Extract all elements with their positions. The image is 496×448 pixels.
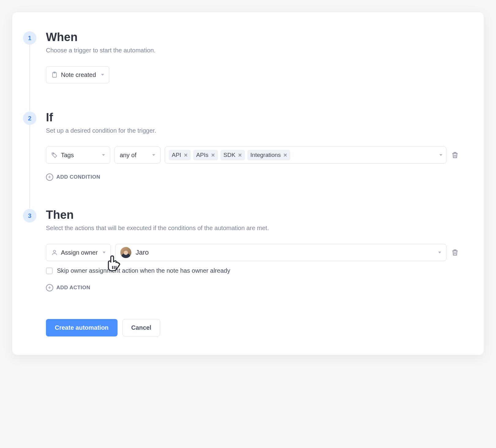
- step-then-title: Then: [46, 208, 459, 222]
- cancel-button[interactable]: Cancel: [122, 319, 160, 336]
- action-type-label: Assign owner: [61, 249, 98, 256]
- remove-tag-icon[interactable]: ✕: [184, 152, 188, 158]
- add-condition-label: ADD CONDITION: [56, 174, 100, 180]
- chevron-down-icon: [438, 252, 441, 253]
- remove-tag-icon[interactable]: ✕: [211, 152, 215, 158]
- condition-operator-select[interactable]: any of: [115, 146, 160, 164]
- step-then: 3 Then Select the actions that will be e…: [46, 208, 459, 291]
- automation-builder-card: 1 When Choose a trigger to start the aut…: [12, 12, 484, 355]
- skip-owner-checkbox-row: Skip owner assignment action when the no…: [46, 267, 459, 274]
- skip-owner-label: Skip owner assignment action when the no…: [57, 267, 230, 274]
- condition-field-select[interactable]: Tags: [46, 146, 110, 164]
- plus-circle-icon: +: [46, 173, 53, 181]
- step-connector-line: [29, 125, 30, 208]
- step-if-desc: Set up a desired condition for the trigg…: [46, 127, 459, 134]
- chevron-down-icon: [439, 154, 442, 156]
- avatar: [120, 247, 131, 258]
- tag-chip: Integrations ✕: [247, 150, 290, 160]
- step-number-2: 2: [23, 112, 36, 125]
- step-then-desc: Select the actions that will be executed…: [46, 225, 459, 232]
- condition-value-input[interactable]: API ✕ APIs ✕ SDK ✕ Integrations ✕: [165, 146, 446, 164]
- condition-operator-label: any of: [120, 152, 147, 159]
- add-action-button[interactable]: + ADD ACTION: [46, 284, 90, 291]
- tag-chip: API ✕: [169, 150, 191, 160]
- condition-field-label: Tags: [61, 152, 97, 159]
- skip-owner-checkbox[interactable]: [46, 268, 53, 274]
- action-type-select[interactable]: Assign owner: [46, 244, 111, 261]
- step-when: 1 When Choose a trigger to start the aut…: [46, 31, 459, 83]
- trigger-label: Note created: [61, 71, 96, 78]
- chevron-down-icon: [102, 154, 105, 156]
- owner-name: Jaro: [136, 249, 149, 256]
- svg-point-3: [53, 250, 55, 252]
- tag-chip: SDK ✕: [220, 150, 245, 160]
- owner-select[interactable]: Jaro: [115, 244, 446, 261]
- delete-action-button[interactable]: [451, 248, 459, 257]
- step-connector-line: [29, 45, 30, 111]
- delete-condition-button[interactable]: [451, 151, 459, 159]
- remove-tag-icon[interactable]: ✕: [238, 152, 242, 158]
- remove-tag-icon[interactable]: ✕: [283, 152, 287, 158]
- create-automation-button[interactable]: Create automation: [46, 319, 118, 336]
- step-when-title: When: [46, 31, 459, 44]
- clipboard-icon: [51, 71, 58, 78]
- step-if-title: If: [46, 111, 459, 124]
- user-icon: [51, 249, 58, 256]
- tag-chip: APIs ✕: [193, 150, 218, 160]
- chevron-down-icon: [101, 74, 104, 76]
- step-number-3: 3: [23, 209, 36, 222]
- step-when-desc: Choose a trigger to start the automation…: [46, 47, 459, 54]
- footer-buttons: Create automation Cancel: [46, 319, 459, 336]
- tag-chip-label: APIs: [196, 152, 209, 158]
- tag-chip-label: API: [172, 152, 181, 158]
- step-if: 2 If Set up a desired condition for the …: [46, 111, 459, 181]
- plus-circle-icon: +: [46, 284, 53, 291]
- trigger-select[interactable]: Note created: [46, 66, 109, 83]
- tag-chip-label: Integrations: [250, 152, 281, 158]
- chevron-down-icon: [152, 154, 155, 156]
- add-action-label: ADD ACTION: [56, 285, 90, 291]
- chevron-down-icon: [103, 252, 106, 253]
- step-number-1: 1: [23, 31, 36, 45]
- tag-chip-label: SDK: [224, 152, 235, 158]
- tag-icon: [51, 152, 58, 158]
- svg-point-2: [53, 154, 54, 154]
- add-condition-button[interactable]: + ADD CONDITION: [46, 173, 100, 181]
